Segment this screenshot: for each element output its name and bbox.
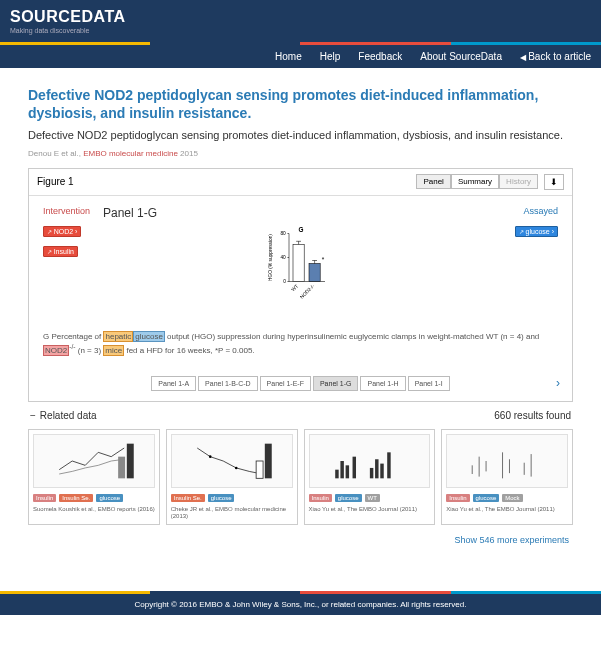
related-grid: InsulinInsulin Se.glucoseSuomela Koushik… xyxy=(28,429,573,525)
mini-tag[interactable]: glucose xyxy=(96,494,123,502)
related-card[interactable]: InsulinglucoseWTXiao Yu et al., The EMBO… xyxy=(304,429,436,525)
tag-glucose[interactable]: glucose xyxy=(515,226,558,237)
intervention-label: Intervention xyxy=(43,206,103,216)
view-summary-tab[interactable]: Summary xyxy=(451,174,499,189)
related-tags: InsulinglucoseMock xyxy=(446,494,568,502)
related-header: −Related data 660 results found xyxy=(28,402,573,429)
panel-tab[interactable]: Panel 1-E-F xyxy=(260,376,311,391)
related-thumb xyxy=(446,434,568,488)
mini-tag[interactable]: glucose xyxy=(473,494,500,502)
svg-rect-24 xyxy=(256,461,263,478)
logo: SOURCEDATA Making data discoverable xyxy=(10,8,126,34)
related-thumb xyxy=(33,434,155,488)
related-tags: Insulin Se.glucose xyxy=(171,494,293,502)
collapse-icon[interactable]: − xyxy=(30,410,36,421)
panel-tab[interactable]: Panel 1-B-C-D xyxy=(198,376,258,391)
svg-rect-19 xyxy=(127,443,134,478)
svg-rect-14 xyxy=(309,263,320,281)
assayed-label: Assayed xyxy=(498,206,558,216)
svg-rect-30 xyxy=(375,459,378,478)
top-nav: Home Help Feedback About SourceData Back… xyxy=(0,45,601,68)
mini-tag[interactable]: Insulin xyxy=(309,494,332,502)
next-panel-arrow[interactable]: › xyxy=(556,376,560,390)
nav-back-to-article[interactable]: Back to article xyxy=(520,51,591,62)
related-thumb xyxy=(171,434,293,488)
svg-rect-28 xyxy=(352,456,355,478)
hl-hepatic[interactable]: hepatic xyxy=(103,331,133,342)
footer: Copyright © 2016 EMBO & John Wiley & Son… xyxy=(0,594,601,615)
related-count: 660 results found xyxy=(494,410,571,421)
panel-title: Panel 1-G xyxy=(103,206,498,220)
figure-label: Figure 1 xyxy=(37,176,74,187)
svg-text:G: G xyxy=(298,226,303,233)
svg-text:HGO (% suppression): HGO (% suppression) xyxy=(268,233,273,280)
mini-tag[interactable]: Mock xyxy=(502,494,522,502)
citation: Denou E et al., EMBO molecular medicine … xyxy=(28,149,573,158)
mini-tag[interactable]: Insulin Se. xyxy=(59,494,93,502)
related-card[interactable]: InsulinInsulin Se.glucoseSuomela Koushik… xyxy=(28,429,160,525)
view-history-tab[interactable]: History xyxy=(499,174,538,189)
related-heading: Related data xyxy=(40,410,97,421)
svg-text:40: 40 xyxy=(280,255,286,260)
related-thumb xyxy=(309,434,431,488)
panel-tab[interactable]: Panel 1-I xyxy=(408,376,450,391)
tag-insulin[interactable]: Insulin xyxy=(43,246,78,257)
citation-journal-link[interactable]: EMBO molecular medicine xyxy=(83,149,178,158)
main-content: Defective NOD2 peptidoglycan sensing pro… xyxy=(0,68,601,573)
tag-nod2[interactable]: NOD2 xyxy=(43,226,81,237)
hl-glucose[interactable]: glucose xyxy=(133,331,165,342)
related-citation: Cheke JR et al., EMBO molecular medicine… xyxy=(171,506,293,520)
logo-text: SOURCEDATA xyxy=(10,8,126,25)
svg-rect-27 xyxy=(345,465,348,478)
download-button[interactable]: ⬇ xyxy=(544,174,564,190)
nav-home[interactable]: Home xyxy=(275,51,302,62)
logo-tagline: Making data discoverable xyxy=(10,27,126,34)
related-card[interactable]: Insulin Se.glucoseCheke JR et al., EMBO … xyxy=(166,429,298,525)
nav-feedback[interactable]: Feedback xyxy=(358,51,402,62)
svg-text:80: 80 xyxy=(280,231,286,236)
hl-nod2[interactable]: NOD2 xyxy=(43,345,69,356)
related-citation: Xiao Yu et al., The EMBO Journal (2011) xyxy=(446,506,568,513)
svg-rect-26 xyxy=(340,461,343,478)
view-toggle: Panel Summary History xyxy=(416,174,538,189)
panel-tab[interactable]: Panel 1-A xyxy=(151,376,196,391)
nav-about[interactable]: About SourceData xyxy=(420,51,502,62)
header: SOURCEDATA Making data discoverable xyxy=(0,0,601,42)
svg-rect-20 xyxy=(118,456,125,478)
related-citation: Suomela Koushik et al., EMBO reports (20… xyxy=(33,506,155,513)
view-panel-tab[interactable]: Panel xyxy=(416,174,450,189)
related-tags: InsulinInsulin Se.glucose xyxy=(33,494,155,502)
mini-tag[interactable]: Insulin xyxy=(33,494,56,502)
panel-tabs: Panel 1-APanel 1-B-C-DPanel 1-E-FPanel 1… xyxy=(29,366,572,401)
nav-help[interactable]: Help xyxy=(320,51,341,62)
show-more-link[interactable]: Show 546 more experiments xyxy=(454,535,569,545)
panel-caption: G Percentage of hepaticglucose output (H… xyxy=(43,331,558,356)
mini-tag[interactable]: glucose xyxy=(335,494,362,502)
show-more-row: Show 546 more experiments xyxy=(28,525,573,555)
assayed-column: Assayed glucose xyxy=(498,206,558,240)
figure-panel: Figure 1 Panel Summary History ⬇ Interve… xyxy=(28,168,573,402)
panel-tab[interactable]: Panel 1-H xyxy=(360,376,405,391)
svg-point-21 xyxy=(209,455,212,458)
related-card[interactable]: InsulinglucoseMockXiao Yu et al., The EM… xyxy=(441,429,573,525)
citation-authors: Denou E et al., xyxy=(28,149,83,158)
article-title: Defective NOD2 peptidoglycan sensing pro… xyxy=(28,86,573,122)
svg-text:NOD2-/-: NOD2-/- xyxy=(299,283,315,299)
svg-rect-31 xyxy=(380,463,383,478)
svg-rect-29 xyxy=(369,468,372,478)
citation-year: 2015 xyxy=(178,149,198,158)
svg-rect-23 xyxy=(265,443,272,478)
mini-tag[interactable]: Insulin Se. xyxy=(171,494,205,502)
hl-mice[interactable]: mice xyxy=(103,345,124,356)
intervention-column: Intervention NOD2 Insulin xyxy=(43,206,103,260)
mini-tag[interactable]: WT xyxy=(365,494,380,502)
mini-tag[interactable]: glucose xyxy=(208,494,235,502)
panel-body: Intervention NOD2 Insulin Panel 1-G G040… xyxy=(29,196,572,366)
svg-rect-32 xyxy=(387,452,390,478)
mini-tag[interactable]: Insulin xyxy=(446,494,469,502)
svg-text:*: * xyxy=(321,256,324,263)
panel-tab[interactable]: Panel 1-G xyxy=(313,376,359,391)
related-tags: InsulinglucoseWT xyxy=(309,494,431,502)
svg-rect-25 xyxy=(335,469,338,478)
figure-header: Figure 1 Panel Summary History ⬇ xyxy=(29,169,572,196)
